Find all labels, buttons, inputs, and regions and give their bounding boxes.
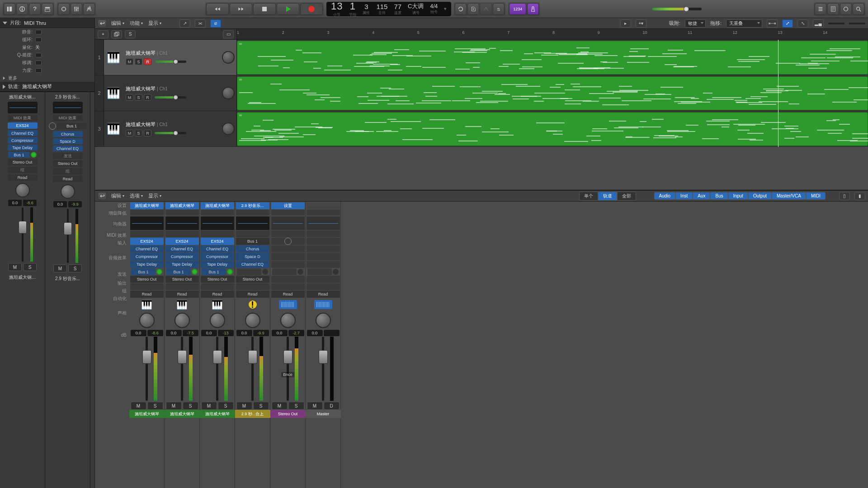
io-slot[interactable]	[271, 238, 305, 245]
automation-icon[interactable]: ⎚	[210, 19, 221, 28]
solo-button[interactable]: S	[135, 58, 142, 65]
mute-button[interactable]: M	[126, 94, 133, 101]
track-volume-slider[interactable]	[155, 132, 186, 134]
mute-button[interactable]: M	[236, 402, 252, 410]
waveform-zoom-icon[interactable]: ▂▄	[813, 19, 824, 28]
eq-thumbnail[interactable]	[165, 216, 199, 230]
global-solo-button[interactable]: S	[125, 30, 136, 38]
pan-knob[interactable]	[316, 313, 331, 328]
tool-menu-icon[interactable]: +▾	[636, 19, 646, 28]
output-slot[interactable]: Stereo Out	[165, 276, 199, 283]
group-slot[interactable]: 组	[8, 167, 38, 173]
send-slot[interactable]: Bus 1	[166, 268, 191, 275]
send-knob[interactable]	[156, 269, 162, 275]
stop-button[interactable]	[253, 3, 276, 15]
mute-button[interactable]: M	[126, 58, 133, 65]
fx-slot[interactable]: Channel EQ	[53, 145, 83, 151]
fx-slot[interactable]: Compressor	[165, 253, 199, 260]
cycle-icon[interactable]	[455, 3, 467, 15]
master-volume-slider[interactable]	[652, 8, 702, 10]
h-zoom-slider[interactable]	[849, 23, 865, 24]
fx-slot[interactable]: Compressor	[8, 137, 38, 143]
fader[interactable]	[236, 337, 269, 401]
fx-slot[interactable]: Space D	[53, 138, 83, 144]
fx-slot[interactable]: Channel EQ	[236, 261, 269, 268]
eq-thumbnail[interactable]	[130, 216, 164, 230]
peak-value[interactable]: -9.9	[68, 201, 82, 207]
add-track-button[interactable]: +	[98, 30, 108, 38]
output-slot[interactable]	[307, 276, 340, 283]
arrange-menu[interactable]: 功能 ▾	[130, 20, 143, 27]
track-pan-knob[interactable]	[222, 51, 235, 64]
fx-slot[interactable]: Chorus	[236, 245, 269, 253]
mixer-type-tab[interactable]: Input	[728, 192, 748, 200]
inspector-row[interactable]: 量化:关	[0, 43, 94, 51]
peak-value[interactable]: -8.6	[23, 200, 37, 206]
db-value[interactable]: 0.0	[236, 330, 252, 336]
inspector-row[interactable]: Q-摇摆:	[0, 51, 94, 59]
inspector-more[interactable]: 更多	[0, 74, 94, 82]
send-knob[interactable]	[227, 269, 233, 275]
track-config-icon[interactable]: ▭	[223, 30, 234, 38]
track-volume-slider[interactable]	[155, 61, 186, 63]
automation-mode[interactable]: Read	[201, 291, 234, 298]
strip-name[interactable]: 施坦威大钢琴	[129, 410, 165, 418]
fx-slot[interactable]: Channel EQ	[8, 130, 38, 136]
mixer-type-tab[interactable]: Master/VCA	[772, 192, 806, 200]
input-slot[interactable]: Bus 1	[236, 238, 269, 245]
pan-knob[interactable]	[139, 313, 155, 328]
notepad-icon[interactable]	[827, 3, 839, 15]
count-in-button[interactable]: 1234	[509, 3, 526, 15]
region-inspector-header[interactable]: 片段: MIDI Thru	[0, 18, 94, 28]
autopunch-icon[interactable]	[480, 3, 492, 15]
strip-name[interactable]: 施坦威大钢琴	[200, 410, 235, 418]
scroll-icon[interactable]: ⇤⇥	[767, 19, 778, 28]
pan-knob[interactable]	[61, 184, 75, 199]
mixer-view-tab[interactable]: 轨道	[598, 192, 617, 201]
fader[interactable]	[165, 337, 199, 401]
mute-button[interactable]: M	[8, 263, 22, 271]
pointer-tool-icon[interactable]: ▸	[620, 19, 631, 28]
snap-select[interactable]: 敏捷	[685, 19, 706, 28]
track-volume-slider[interactable]	[155, 96, 186, 99]
lcd-display[interactable]: 13小节 1节拍 3属性 115音符 77速度 C大调调号 4/4拍号 ▾	[326, 2, 451, 16]
mixer-type-tab[interactable]: Audio	[654, 192, 676, 200]
playhead[interactable]	[778, 40, 778, 147]
mixer-wide-icon[interactable]: ▯	[839, 192, 850, 200]
automation-mode[interactable]: Read	[8, 174, 38, 181]
inspector-row[interactable]: 移调:	[0, 59, 94, 66]
solo-icon[interactable]: S	[493, 3, 505, 15]
automation-mode[interactable]: Read	[236, 291, 269, 298]
input-icon[interactable]	[49, 122, 56, 130]
mixer-menu[interactable]: 显示 ▾	[148, 192, 161, 199]
fx-slot[interactable]: Compressor	[130, 253, 164, 260]
inspector-row[interactable]: 循环:	[0, 36, 94, 43]
eq-thumbnail[interactable]	[271, 216, 305, 230]
strip-name[interactable]: 2.9 秒...合上	[235, 410, 270, 418]
strip-name[interactable]: Stereo Out	[270, 410, 306, 418]
inspector-row[interactable]: 静音:	[0, 28, 94, 36]
rewind-button[interactable]	[206, 3, 229, 15]
output-slot[interactable]: Stereo Out	[8, 159, 38, 165]
output-slot[interactable]: Stereo Out	[130, 276, 164, 283]
strip-name[interactable]: Master	[306, 410, 341, 418]
metronome-icon[interactable]	[527, 3, 539, 15]
send-slot[interactable]: Bus 1	[131, 268, 156, 275]
strip-setting[interactable]	[307, 202, 340, 209]
peak-value[interactable]: -2.7	[288, 330, 304, 336]
strip-setting[interactable]: 施坦威大钢琴	[201, 202, 234, 209]
zoom-v-icon[interactable]: ⤢	[782, 19, 793, 28]
record-enable-button[interactable]: R	[144, 58, 151, 65]
track-pan-knob[interactable]	[222, 87, 235, 99]
eq-thumbnail[interactable]	[236, 216, 269, 230]
fx-slot[interactable]: Tape Delay	[130, 261, 164, 268]
strip-setting[interactable]: 施坦威大钢琴	[165, 202, 199, 209]
regions-area[interactable]: ∞∞∞	[237, 40, 868, 147]
fader[interactable]	[53, 209, 83, 263]
inspector-row[interactable]: 力度:	[0, 66, 94, 74]
pan-knob[interactable]	[210, 313, 225, 328]
peak-value[interactable]: -9.9	[253, 330, 269, 336]
pan-knob[interactable]	[175, 313, 190, 328]
fx-slot[interactable]: Channel EQ	[165, 245, 199, 253]
smart-controls-icon[interactable]	[58, 3, 70, 15]
